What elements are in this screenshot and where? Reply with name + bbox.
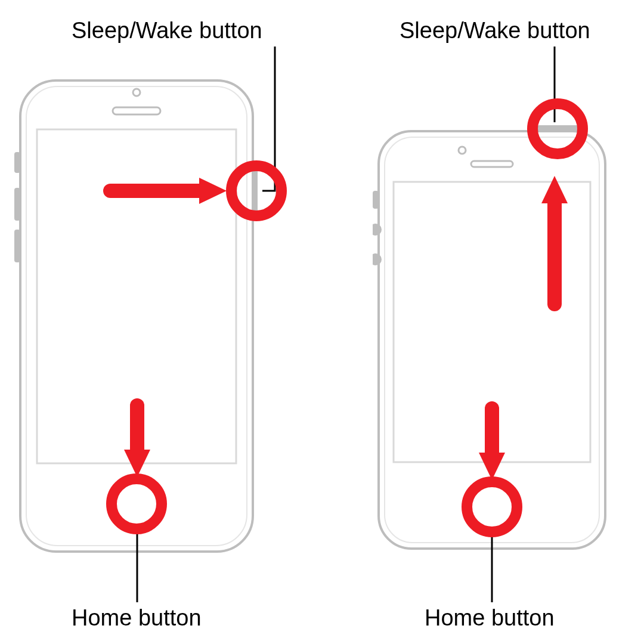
svg-rect-6	[253, 164, 258, 218]
svg-point-16	[468, 483, 516, 531]
svg-rect-7	[14, 152, 20, 173]
svg-point-5	[112, 479, 162, 529]
phone-left	[14, 75, 259, 558]
label-home-left: Home button	[72, 605, 202, 631]
phone-right	[373, 125, 611, 555]
svg-rect-8	[14, 188, 20, 221]
svg-rect-15	[394, 182, 590, 462]
svg-rect-4	[37, 129, 236, 463]
label-sleep-left: Sleep/Wake button	[72, 18, 262, 44]
svg-rect-17	[373, 191, 379, 209]
svg-rect-9	[14, 230, 20, 262]
label-home-right: Home button	[425, 605, 555, 631]
label-sleep-right: Sleep/Wake button	[400, 18, 590, 44]
